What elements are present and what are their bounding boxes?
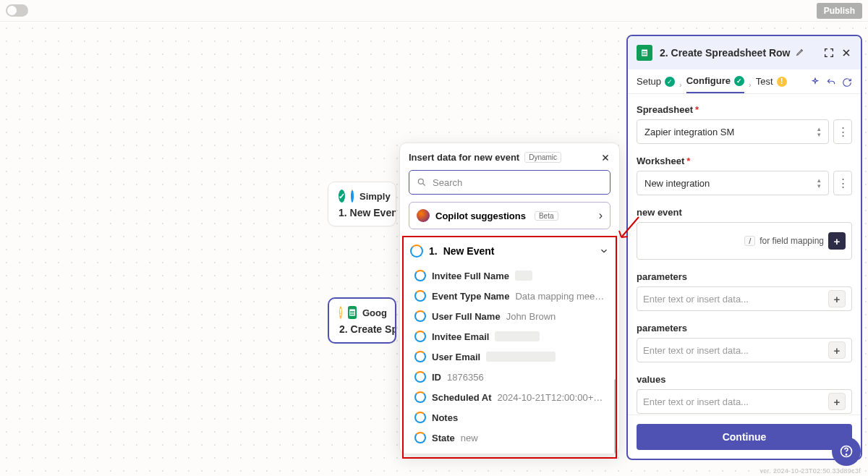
redacted-value [495, 331, 540, 341]
node-app-name: Simply [359, 191, 391, 202]
field-item-value: Data mapping meeting [515, 291, 605, 302]
chevron-right-icon: › [599, 209, 603, 222]
picker-search-input[interactable]: Search [409, 170, 610, 195]
picker-field-item[interactable]: ID1876356 [406, 367, 613, 387]
field-item-label: Invitee Full Name [432, 271, 509, 281]
app-icon-simplymeet [414, 331, 426, 342]
beta-badge: Beta [535, 211, 558, 221]
app-icon-simplymeet [414, 432, 426, 443]
field-item-label: Invitee Email [432, 331, 489, 342]
svg-rect-2 [350, 313, 354, 313]
picker-field-item[interactable]: User Email [406, 347, 613, 367]
field-item-value: 1876356 [447, 372, 484, 383]
field-item-value: 2024-10-21T12:00:00+00:00 [498, 392, 605, 403]
field-label-worksheet: Worksheet* [637, 156, 852, 166]
field-item-label: User Full Name [432, 311, 501, 322]
app-icon-simplymeet [414, 391, 426, 403]
parameters-input-2[interactable]: Enter text or insert data... + [637, 338, 852, 362]
chevron-down-icon [599, 246, 609, 256]
dynamic-badge: Dynamic [524, 152, 561, 163]
worksheet-select[interactable]: New integration ▴▾ [637, 171, 829, 195]
spreadsheet-select[interactable]: Zapier integration SM ▴▾ [637, 119, 829, 144]
app-icon-simplymeet [414, 412, 426, 423]
app-icon-simplymeet [414, 270, 426, 281]
node-title: New Event [350, 207, 396, 218]
panel-title: 2. Create Spreadsheet Row [660, 47, 816, 59]
tab-configure[interactable]: Configure ✓ [686, 75, 744, 93]
workflow-node-trigger[interactable]: ✓ Simply 1. New Event [328, 182, 396, 226]
chevron-right-icon: › [679, 80, 682, 89]
field-item-label: State [432, 433, 455, 443]
publish-button[interactable]: Publish [817, 3, 862, 19]
tab-setup[interactable]: Setup ✓ [637, 76, 675, 93]
app-icon-google-sheets [348, 306, 357, 319]
redacted-value [515, 271, 532, 281]
version-text: ver. 2024-10-23T02:50.33d89c3f [760, 467, 861, 475]
insert-data-button[interactable]: + [828, 393, 846, 410]
app-icon-google-sheets [637, 45, 652, 61]
picker-field-item[interactable]: Scheduled At2024-10-21T12:00:00+00:00 [406, 387, 613, 407]
chevron-right-icon: › [749, 80, 752, 89]
data-picker-popover: Insert data for new event Dynamic Search… [399, 143, 620, 454]
node-app-name: Goog [362, 307, 387, 318]
panel-body: Spreadsheet* Zapier integration SM ▴▾ ⋮ … [628, 94, 861, 415]
picker-field-list: Invitee Full NameEvent Type NameData map… [400, 265, 619, 454]
edit-icon[interactable] [796, 47, 805, 56]
insert-data-button[interactable]: + [828, 232, 846, 250]
svg-rect-1 [350, 311, 354, 312]
field-item-label: Scheduled At [432, 392, 492, 403]
help-chat-button[interactable] [832, 437, 861, 466]
insert-data-button[interactable]: + [828, 341, 846, 359]
redacted-value [486, 352, 556, 362]
app-icon-simplymeet [414, 310, 426, 322]
copilot-icon [417, 209, 430, 222]
check-icon: ✓ [339, 190, 345, 203]
new-event-input[interactable]: / for field mapping + [637, 222, 852, 260]
app-icon-simplymeet [410, 245, 423, 258]
panel-header: 2. Create Spreadsheet Row [628, 36, 861, 69]
close-icon[interactable] [841, 47, 852, 59]
field-menu-button[interactable]: ⋮ [833, 171, 852, 195]
sparkle-icon[interactable] [810, 77, 820, 88]
continue-button[interactable]: Continue [637, 424, 852, 450]
parameters-input-1[interactable]: Enter text or insert data... + [637, 286, 852, 311]
picker-field-item[interactable]: Notes [406, 407, 613, 428]
tab-test[interactable]: Test ! [756, 76, 787, 93]
panel-footer: Continue [628, 415, 861, 459]
insert-data-button[interactable]: + [828, 290, 846, 307]
svg-point-10 [846, 454, 846, 455]
picker-title: Insert data for new event [409, 152, 519, 163]
field-label-spreadsheet: Spreadsheet* [637, 104, 852, 115]
workflow-node-action[interactable]: ! Goog 2. Create Spr [328, 297, 396, 344]
field-label-values: values [637, 374, 852, 385]
worksheet-value: New integration [644, 178, 710, 189]
svg-rect-7 [642, 54, 647, 55]
picker-field-item[interactable]: Invitee Email [406, 326, 613, 347]
picker-field-item[interactable]: Invitee Full Name [406, 265, 613, 286]
svg-point-8 [418, 179, 423, 184]
close-icon[interactable] [600, 153, 610, 163]
node-title: Create Spr [351, 323, 396, 335]
field-item-label: ID [432, 372, 441, 383]
picker-field-item[interactable]: Event Type NameData mapping meeting [406, 286, 613, 306]
scrollbar[interactable] [614, 379, 617, 446]
warning-icon: ! [777, 77, 787, 87]
picker-field-item[interactable]: Statenew [406, 428, 613, 448]
svg-rect-5 [642, 51, 647, 52]
svg-rect-6 [642, 53, 647, 54]
picker-field-item[interactable]: User Full NameJohn Brown [406, 306, 613, 326]
picker-step-header[interactable]: 1. New Event [400, 237, 619, 265]
copilot-suggestions-row[interactable]: Copilot suggestions Beta › [409, 202, 610, 229]
top-bar: Publish [0, 0, 868, 22]
refresh-icon[interactable] [842, 77, 852, 88]
field-mapping-hint: for field mapping [760, 236, 824, 246]
expand-icon[interactable] [823, 47, 835, 59]
environment-toggle[interactable] [6, 4, 28, 17]
values-input[interactable]: Enter text or insert data... + [637, 389, 852, 414]
field-item-label: User Email [432, 352, 480, 362]
app-icon-simplymeet [414, 351, 426, 362]
chevron-updown-icon: ▴▾ [817, 126, 821, 137]
undo-icon[interactable] [826, 77, 836, 88]
field-menu-button[interactable]: ⋮ [833, 119, 852, 144]
app-icon-simplymeet [351, 190, 354, 203]
